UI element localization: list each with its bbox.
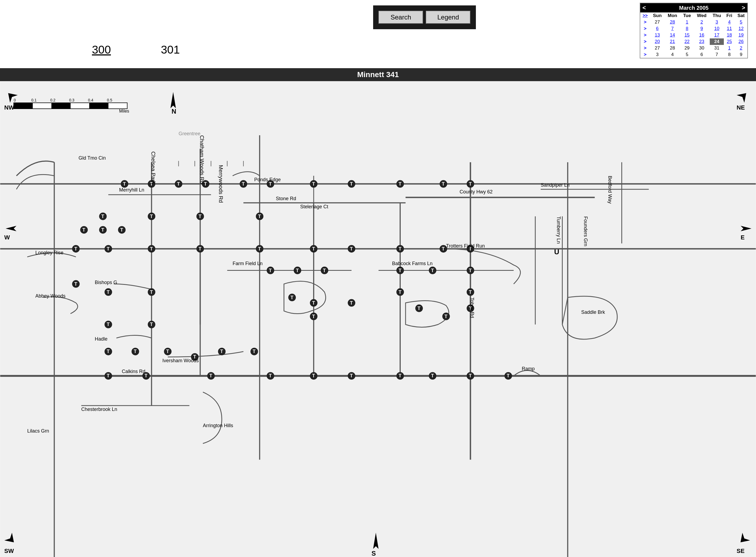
svg-text:T: T xyxy=(431,373,434,378)
svg-text:SW: SW xyxy=(4,548,14,554)
svg-text:0.5: 0.5 xyxy=(107,98,113,102)
calendar-day[interactable]: 17 xyxy=(710,32,724,38)
svg-text:Founders Grn: Founders Grn xyxy=(583,216,588,246)
calendar-day[interactable]: 12 xyxy=(735,25,747,32)
calendar-day[interactable]: 2 xyxy=(735,45,747,51)
calendar-day[interactable]: 13 xyxy=(650,32,665,38)
calendar-day[interactable]: 15 xyxy=(680,32,694,38)
svg-text:T: T xyxy=(107,349,110,354)
calendar-day: 9 xyxy=(735,51,747,58)
calendar-day[interactable]: 8 xyxy=(680,25,694,32)
calendar-prev-button[interactable]: < xyxy=(642,4,646,11)
svg-text:T: T xyxy=(431,268,434,273)
calendar-day[interactable]: 19 xyxy=(735,32,747,38)
svg-text:T: T xyxy=(199,246,202,252)
calendar-day[interactable]: 22 xyxy=(680,38,694,45)
svg-rect-1 xyxy=(14,103,33,109)
svg-text:Merryhill Ln: Merryhill Ln xyxy=(119,187,144,193)
calendar-day[interactable]: 1 xyxy=(724,45,735,51)
calendar-week-all-header[interactable]: >> xyxy=(640,12,650,19)
calendar-day: 28 xyxy=(665,45,680,51)
svg-text:T: T xyxy=(269,268,272,273)
calendar-header-sun: Sun xyxy=(650,12,665,19)
calendar: < March 2005 > >> Sun Mon Tue Wed Thu Fr… xyxy=(640,3,748,58)
calendar-day[interactable]: 2 xyxy=(694,19,710,25)
calendar-day: 8 xyxy=(724,51,735,58)
svg-text:Ponds Edge: Ponds Edge xyxy=(254,177,281,182)
svg-text:Chatham Woods Rd: Chatham Woods Rd xyxy=(199,135,205,184)
calendar-next-button[interactable]: > xyxy=(742,4,745,11)
svg-text:0.1: 0.1 xyxy=(31,98,37,102)
svg-text:T: T xyxy=(291,295,293,300)
calendar-day[interactable]: 1 xyxy=(680,19,694,25)
svg-text:T: T xyxy=(442,181,445,187)
calendar-day[interactable]: 26 xyxy=(735,38,747,45)
calendar-week-num[interactable]: > xyxy=(640,45,650,51)
calendar-day: 6 xyxy=(694,51,710,58)
svg-rect-0 xyxy=(0,81,756,557)
map-svg: 0 0.1 0.2 0.3 0.4 0.5 Miles N NW NE W xyxy=(0,81,756,557)
calendar-week-num[interactable]: > xyxy=(640,51,650,58)
svg-text:Gld Tmo Cin: Gld Tmo Cin xyxy=(79,155,106,161)
svg-rect-4 xyxy=(70,103,90,109)
svg-text:U: U xyxy=(554,248,560,256)
calendar-week-num[interactable]: > xyxy=(640,19,650,25)
calendar-day: 3 xyxy=(650,51,665,58)
search-button[interactable]: Search xyxy=(379,11,423,24)
calendar-day[interactable]: 4 xyxy=(724,19,735,25)
calendar-day[interactable]: 21 xyxy=(665,38,680,45)
svg-text:Iversham Woods: Iversham Woods xyxy=(162,358,199,363)
calendar-header-sat: Sat xyxy=(735,12,747,19)
svg-text:T: T xyxy=(83,227,86,233)
calendar-day[interactable]: 10 xyxy=(710,25,724,32)
svg-text:T: T xyxy=(134,349,137,354)
map-title-text: Minnett 341 xyxy=(357,70,399,79)
svg-text:S: S xyxy=(371,550,376,557)
svg-text:T: T xyxy=(296,268,299,273)
calendar-day[interactable]: 6 xyxy=(650,25,665,32)
svg-text:Longley Rise: Longley Rise xyxy=(35,250,64,255)
calendar-day[interactable]: 9 xyxy=(694,25,710,32)
svg-text:T: T xyxy=(150,289,153,295)
svg-text:NE: NE xyxy=(736,104,745,111)
svg-text:T: T xyxy=(120,227,123,233)
svg-text:T: T xyxy=(107,322,110,327)
svg-text:Chesterbrook Ln: Chesterbrook Ln xyxy=(81,407,117,412)
calendar-day: 29 xyxy=(680,45,694,51)
svg-text:T: T xyxy=(150,214,153,219)
calendar-day[interactable]: 5 xyxy=(735,19,747,25)
svg-text:T: T xyxy=(101,227,104,233)
calendar-day[interactable]: 23 xyxy=(694,38,710,45)
svg-text:T: T xyxy=(177,181,180,187)
calendar-header-mon: Mon xyxy=(665,12,680,19)
svg-text:T: T xyxy=(398,181,401,187)
svg-text:T: T xyxy=(312,246,315,252)
svg-text:T: T xyxy=(469,373,472,378)
calendar-day[interactable]: 25 xyxy=(724,38,735,45)
calendar-day[interactable]: 20 xyxy=(650,38,665,45)
calendar-week-num[interactable]: > xyxy=(640,38,650,45)
svg-text:Hadle: Hadle xyxy=(95,336,108,342)
svg-text:N: N xyxy=(172,108,176,115)
calendar-week-num[interactable]: > xyxy=(640,32,650,38)
calendar-day[interactable]: 14 xyxy=(665,32,680,38)
svg-text:T: T xyxy=(350,246,353,252)
calendar-day: 31 xyxy=(710,45,724,51)
calendar-day[interactable]: 11 xyxy=(724,25,735,32)
calendar-day[interactable]: 18 xyxy=(724,32,735,38)
svg-text:T: T xyxy=(398,246,401,252)
calendar-month-label: March 2005 xyxy=(679,5,709,11)
svg-text:Stelenage Ct: Stelenage Ct xyxy=(300,204,328,209)
calendar-day[interactable]: 3 xyxy=(710,19,724,25)
calendar-day[interactable]: 7 xyxy=(665,25,680,32)
calendar-day[interactable]: 16 xyxy=(694,32,710,38)
map-area[interactable]: 0 0.1 0.2 0.3 0.4 0.5 Miles N NW NE W xyxy=(0,81,756,557)
svg-text:Tumberry Ln: Tumberry Ln xyxy=(556,216,561,244)
svg-text:Stone Rd: Stone Rd xyxy=(276,196,296,201)
svg-rect-3 xyxy=(52,103,70,109)
legend-button[interactable]: Legend xyxy=(426,11,471,24)
calendar-week-num[interactable]: > xyxy=(640,25,650,32)
calendar-day[interactable]: 28 xyxy=(665,19,680,25)
svg-text:0.2: 0.2 xyxy=(50,98,56,102)
calendar-day: 5 xyxy=(680,51,694,58)
